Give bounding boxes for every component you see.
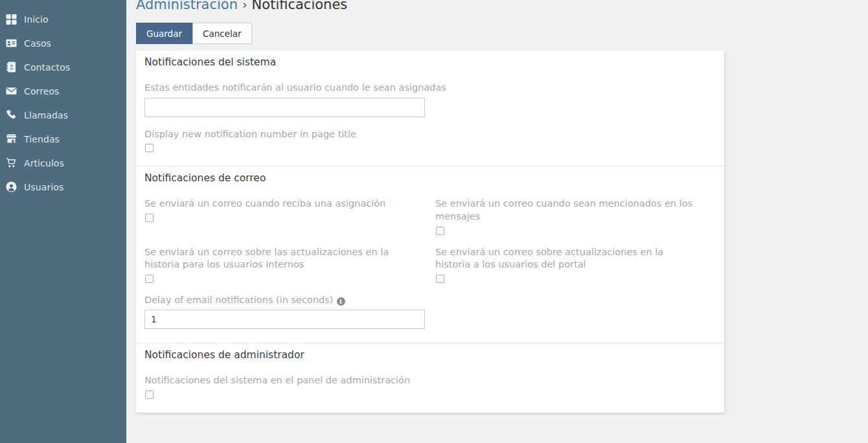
cart-icon [5, 157, 17, 169]
settings-card: Notificaciones del sistema Estas entidad… [136, 51, 724, 413]
user-circle-icon [5, 181, 17, 193]
section-email-notifications: Notificaciones de correo Se enviará un c… [136, 166, 724, 343]
app-root: Inicio Casos [0, 0, 868, 443]
field-admin-panel-notifications: Notificaciones del sistema en el panel d… [144, 374, 716, 399]
sidebar-item-label: Casos [24, 38, 51, 49]
field-label: Delay of email notifications (in seconds… [144, 294, 716, 307]
grid-icon [5, 14, 17, 25]
page-title-notification-checkbox[interactable] [145, 144, 154, 152]
sidebar-item-usuarios[interactable]: Usuarios [0, 175, 126, 199]
breadcrumb-parent-link[interactable]: Administración [136, 0, 238, 12]
field-email-history-portal: Se enviará un correo sobre actualizacion… [435, 246, 716, 290]
section-title: Notificaciones de correo [144, 172, 716, 184]
info-icon[interactable]: i [337, 297, 345, 306]
sidebar-item-inicio[interactable]: Inicio [0, 7, 126, 31]
email-history-internal-checkbox[interactable] [145, 275, 154, 283]
breadcrumb: Administración›Notificaciones [136, 0, 868, 13]
field-label: Se enviará un correo sobre las actualiza… [144, 246, 418, 271]
sidebar-item-label: Usuarios [24, 182, 63, 192]
field-label: Notificaciones del sistema en el panel d… [144, 374, 716, 387]
main-content: Administración›Notificaciones Guardar Ca… [126, 0, 868, 443]
sidebar-item-llamadas[interactable]: Llamadas [0, 103, 126, 127]
sidebar-item-label: Articulos [24, 158, 64, 168]
section-admin-notifications: Notificaciones de administrador Notifica… [136, 343, 724, 413]
email-on-assignment-checkbox[interactable] [145, 214, 154, 222]
id-card-icon [5, 38, 17, 49]
email-on-mention-checkbox[interactable] [436, 227, 444, 235]
store-icon [5, 133, 17, 145]
breadcrumb-current: Notificaciones [252, 0, 348, 12]
field-page-title-notification: Display new notification number in page … [144, 128, 716, 153]
sidebar-item-label: Tiendas [24, 134, 60, 144]
section-title: Notificaciones de administrador [144, 349, 716, 361]
phone-icon [5, 109, 17, 121]
field-email-history-internal: Se enviará un correo sobre las actualiza… [144, 246, 435, 283]
sidebar-item-label: Contactos [24, 62, 70, 73]
cancel-button[interactable]: Cancelar [192, 23, 252, 44]
envelope-icon [5, 85, 17, 97]
field-email-on-mention: Se enviará un correo cuando sean mencion… [435, 198, 716, 234]
address-book-icon [5, 62, 17, 73]
sidebar-item-tiendas[interactable]: Tiendas [0, 127, 126, 151]
field-label: Display new notification number in page … [144, 128, 716, 141]
sidebar-item-articulos[interactable]: Articulos [0, 151, 126, 175]
sidebar-item-label: Inicio [24, 14, 49, 25]
toolbar: Guardar Cancelar [136, 23, 868, 44]
save-button[interactable]: Guardar [136, 23, 192, 44]
email-fields-grid: Se enviará un correo cuando reciba una a… [144, 198, 716, 293]
breadcrumb-separator: › [242, 0, 247, 12]
field-assigned-entities: Estas entidades notificarán al usuario c… [144, 82, 716, 117]
field-email-on-assignment: Se enviará un correo cuando reciba una a… [144, 198, 435, 234]
sidebar: Inicio Casos [0, 0, 126, 443]
field-label: Se enviará un correo sobre actualizacion… [435, 246, 699, 271]
sidebar-item-casos[interactable]: Casos [0, 31, 126, 55]
admin-panel-notifications-checkbox[interactable] [145, 391, 154, 399]
sidebar-item-label: Correos [24, 86, 59, 97]
section-system-notifications: Notificaciones del sistema Estas entidad… [136, 51, 724, 166]
field-label: Se enviará un correo cuando sean mencion… [435, 198, 699, 223]
email-history-portal-checkbox[interactable] [436, 275, 444, 283]
field-label: Estas entidades notificarán al usuario c… [144, 82, 716, 95]
sidebar-item-contactos[interactable]: Contactos [0, 55, 126, 79]
assigned-entities-input[interactable] [144, 98, 425, 117]
sidebar-item-correos[interactable]: Correos [0, 79, 126, 103]
delay-label-text: Delay of email notifications (in seconds… [144, 295, 334, 305]
field-label: Se enviará un correo cuando reciba una a… [144, 198, 418, 210]
email-delay-input[interactable] [144, 310, 425, 329]
field-email-delay: Delay of email notifications (in seconds… [144, 294, 716, 330]
section-title: Notificaciones del sistema [144, 56, 716, 68]
sidebar-item-label: Llamadas [24, 110, 68, 120]
